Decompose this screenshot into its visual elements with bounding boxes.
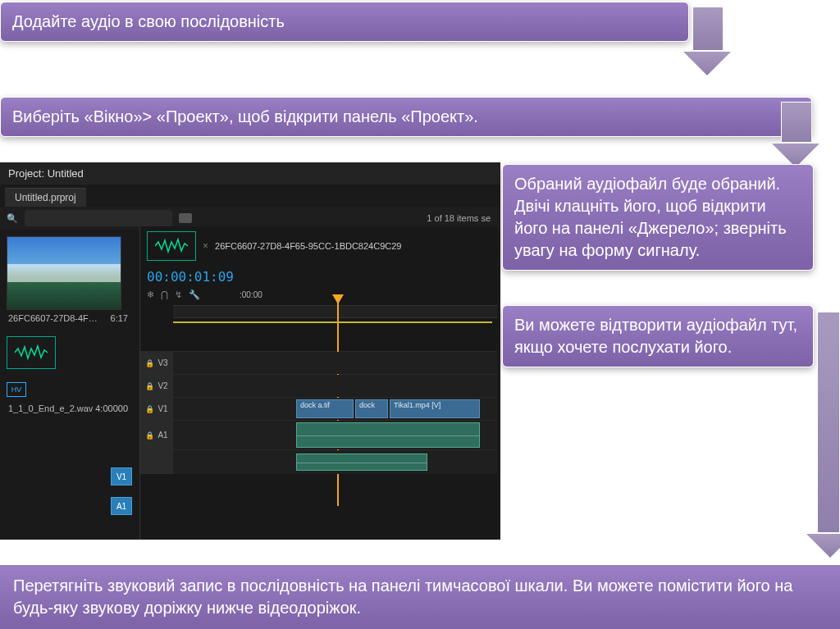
callout-step3-text: Обраний аудіофайл буде обраний. Двічі кл… [514,175,787,259]
source-patch-v1[interactable]: V1 [111,467,132,485]
track-a1[interactable]: 🔒A1 [140,420,497,449]
callout-step2: Виберіть «Вікно»> «Проект», щоб відкрити… [0,97,812,137]
callout-step1-text: Додайте аудіо в свою послідовність [12,12,285,30]
project-panel-title: Project: Untitled [0,162,500,185]
wave-name: 1_1_0_End_e_2.wav [8,403,93,413]
source-clip-name: 26FC6607-27D8-4F65-95CC-1BDC824C9C29 [215,241,401,251]
work-area-bar[interactable] [173,321,492,323]
track-v1[interactable]: 🔒V1 dock a.tif dock Tikal1.mp4 [V] [140,397,497,420]
timecode-display[interactable]: 00:00:01:09 [140,266,497,288]
callout-step2-text: Виберіть «Вікно»> «Проект», щоб відкрити… [12,107,478,125]
timeline-ruler[interactable] [173,305,497,318]
snap-icon[interactable]: ❄ [147,289,154,300]
editor-screenshot: Project: Untitled Untitled.prproj 🔍 1 of… [0,162,500,540]
source-patch-boxes-a: A1 [111,497,132,515]
project-tab[interactable]: Untitled.prproj [5,188,86,207]
callout-step1: Додайте аудіо в свою послідовність [0,2,689,42]
wrench-icon[interactable]: 🔧 [189,289,200,300]
arrow-4-head [806,533,840,558]
callout-step4: Ви можете відтворити аудіофайл тут, якщо… [502,305,814,367]
video-thumbnail[interactable] [7,236,121,310]
project-search-input[interactable] [25,210,172,226]
thumb-duration: 6:17 [111,313,128,323]
source-tools-row: ❄ ⋂ ↯ 🔧 :00:00 [140,288,497,302]
source-patch-a1[interactable]: A1 [111,497,132,515]
timeline-audio-clip[interactable] [296,422,480,448]
thumb-name: 26FC6607-27D8-4F… [8,313,98,323]
wave-duration: 4:00000 [95,403,128,413]
hv-marker-icon[interactable]: HV [7,382,26,397]
callout-step5-text: Перетягніть звуковий запис в послідовніс… [13,577,792,617]
source-clip-chip[interactable] [147,231,196,261]
arrow-2-stem [781,102,812,143]
timeline-clip[interactable]: Tikal1.mp4 [V] [390,399,480,418]
callout-step4-text: Ви можете відтворити аудіофайл тут, якщо… [514,316,797,356]
lock-icon[interactable]: 🔒 [145,405,154,413]
track-v2[interactable]: 🔒V2 [140,374,497,397]
close-icon[interactable]: × [203,240,208,252]
view-mode-icon[interactable] [179,213,192,223]
lock-icon[interactable]: 🔒 [145,359,154,367]
audio-thumbnail-label: 1_1_0_End_e_2.wav 4:00000 [7,400,130,417]
source-clip-header: × 26FC6607-27D8-4F65-95CC-1BDC824C9C29 [140,226,497,266]
callout-step5: Перетягніть звуковий запис в послідовніс… [0,565,840,629]
audio-thumbnail[interactable] [7,336,56,369]
track-v3[interactable]: 🔒V3 [140,351,497,374]
arrow-1-stem [692,7,724,51]
lock-icon[interactable]: 🔒 [145,431,154,440]
bin-column: 26FC6607-27D8-4F… 6:17 HV 1_1_0_End_e_2.… [7,236,130,417]
source-patch-boxes: V1 [111,467,132,485]
timeline-tracks: 🔒V3 🔒V2 🔒V1 dock a.tif dock Tikal1.mp4 [… [140,351,497,474]
items-count-label: 1 of 18 items se [427,213,494,223]
search-icon: 🔍 [7,213,18,224]
arrow-4-stem [817,312,840,533]
track-a-extra[interactable] [140,449,497,474]
link-icon[interactable]: ↯ [175,289,182,300]
waveform-icon [15,344,48,362]
ruler-timestamp: :00:00 [240,290,262,299]
video-thumbnail-label: 26FC6607-27D8-4F… 6:17 [7,310,130,326]
callout-step3: Обраний аудіофайл буде обраний. Двічі кл… [502,164,814,271]
marker-icon[interactable]: ⋂ [161,289,168,300]
waveform-icon [155,237,188,255]
arrow-1-head [682,51,732,75]
timeline-audio-clip[interactable] [296,454,427,471]
timeline-clip[interactable]: dock a.tif [296,399,354,418]
source-timeline-area: × 26FC6607-27D8-4F65-95CC-1BDC824C9C29 0… [139,226,497,540]
timeline-clip[interactable]: dock [355,399,388,418]
lock-icon[interactable]: 🔒 [145,382,154,390]
